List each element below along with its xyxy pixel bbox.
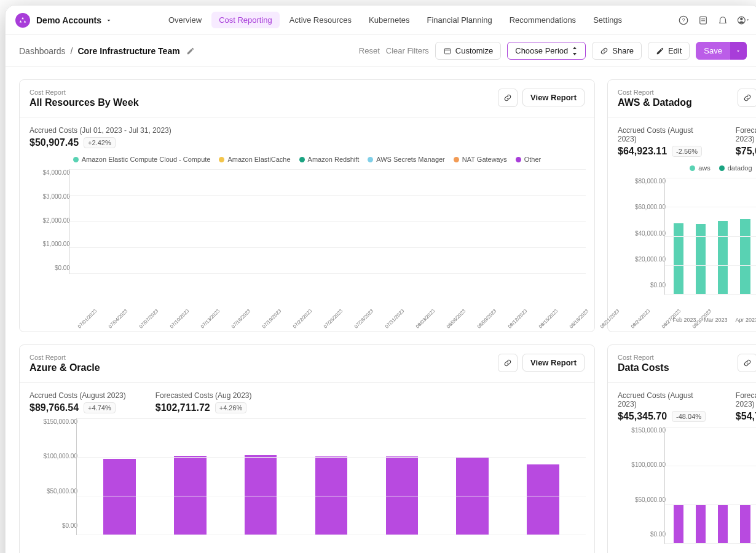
top-nav: Demo Accounts OverviewCost ReportingActi… bbox=[6, 6, 756, 35]
chart-azure-oracle: $150,000.00$100,000.00$50,000.00$0.00 Fe… bbox=[20, 416, 594, 553]
breadcrumb-current: Core Infrastructure Team bbox=[77, 46, 179, 56]
nav-tabs: OverviewCost ReportingActive ResourcesKu… bbox=[161, 12, 629, 28]
card-title: AWS & Datadog bbox=[618, 97, 692, 108]
nav-tab-cost-reporting[interactable]: Cost Reporting bbox=[211, 12, 280, 28]
nav-tab-financial-planning[interactable]: Financial Planning bbox=[420, 12, 500, 28]
chart-legend: awsdatadog bbox=[608, 159, 756, 175]
chart-legend: Amazon Elastic Compute Cloud - ComputeAm… bbox=[20, 151, 594, 167]
metric-delta: -48.04% bbox=[672, 411, 706, 422]
card-title: All Resources By Week bbox=[30, 97, 139, 108]
dashboard-grid: Cost Report All Resources By Week View R… bbox=[6, 67, 756, 553]
metric-delta: -2.56% bbox=[672, 146, 702, 157]
link-icon bbox=[503, 359, 512, 367]
breadcrumb-root[interactable]: Dashboards bbox=[19, 46, 66, 56]
legend-item[interactable]: datadog bbox=[719, 164, 752, 172]
nav-tab-active-resources[interactable]: Active Resources bbox=[282, 12, 359, 28]
clear-filters-button[interactable]: Clear Filters bbox=[386, 46, 429, 55]
legend-item[interactable]: NAT Gateways bbox=[454, 156, 507, 163]
legend-item[interactable]: AWS Secrets Manager bbox=[368, 156, 444, 163]
card-azure-oracle: Cost Report Azure & Oracle View Report A… bbox=[19, 344, 595, 553]
metric-value: $54,700.41 bbox=[736, 411, 756, 422]
svg-point-6 bbox=[740, 17, 742, 20]
chart-data-costs: $150,000.00$100,000.00$50,000.00$0.00 Fe… bbox=[608, 424, 756, 553]
view-report-button[interactable]: View Report bbox=[522, 89, 585, 106]
metric-value: $102,711.72 bbox=[156, 402, 210, 413]
metric-label: Accrued Costs (August 2023) bbox=[30, 391, 126, 400]
edit-button[interactable]: Edit bbox=[648, 42, 690, 60]
chart-aws-datadog: $80,000.00$60,000.00$40,000.00$20,000.00… bbox=[608, 175, 756, 332]
choose-period-button[interactable]: Choose Period bbox=[507, 42, 586, 60]
sub-header: Dashboards / Core Infrastructure Team Re… bbox=[6, 35, 756, 67]
help-icon[interactable]: ? bbox=[678, 15, 689, 26]
reset-button[interactable]: Reset bbox=[359, 46, 380, 55]
metric-label: Forecasted Costs (Aug 2023) bbox=[736, 391, 756, 408]
chevron-down-icon bbox=[105, 17, 112, 24]
edit-title-icon[interactable] bbox=[186, 47, 195, 55]
nav-tab-recommendations[interactable]: Recommendations bbox=[502, 12, 583, 28]
card-eyebrow: Cost Report bbox=[30, 89, 139, 96]
card-title: Data Costs bbox=[618, 362, 669, 373]
metric-label: Accrued Costs (Jul 01, 2023 - Jul 31, 20… bbox=[30, 126, 171, 135]
card-all-resources: Cost Report All Resources By Week View R… bbox=[19, 79, 595, 332]
metric-delta: +4.74% bbox=[84, 402, 116, 413]
legend-item[interactable]: Amazon Elastic Compute Cloud - Compute bbox=[73, 156, 211, 163]
customize-button[interactable]: Customize bbox=[435, 42, 501, 60]
metric-delta: +2.42% bbox=[84, 137, 116, 148]
account-switcher[interactable]: Demo Accounts bbox=[36, 15, 112, 25]
legend-item[interactable]: aws bbox=[690, 164, 711, 172]
calendar-icon bbox=[443, 47, 452, 55]
copy-link-button[interactable] bbox=[498, 89, 518, 107]
card-data-costs: Cost Report Data Costs View Report Accru… bbox=[607, 344, 756, 553]
copy-link-button[interactable] bbox=[738, 89, 756, 107]
card-aws-datadog: Cost Report AWS & Datadog View Report Ac… bbox=[607, 79, 756, 332]
copy-link-button[interactable] bbox=[498, 354, 518, 372]
view-report-button[interactable]: View Report bbox=[522, 354, 585, 372]
metric-label: Forecasted Costs (Aug 2023) bbox=[736, 126, 756, 143]
metric-value: $89,766.54 bbox=[30, 402, 79, 413]
link-icon bbox=[743, 93, 752, 102]
brand-logo bbox=[15, 13, 30, 28]
save-button[interactable]: Save bbox=[696, 42, 730, 60]
profile-menu[interactable] bbox=[737, 15, 750, 26]
metric-delta: +4.26% bbox=[215, 402, 247, 413]
card-eyebrow: Cost Report bbox=[618, 354, 669, 361]
copy-link-button[interactable] bbox=[738, 354, 756, 372]
nav-tab-kubernetes[interactable]: Kubernetes bbox=[361, 12, 417, 28]
save-menu-button[interactable] bbox=[730, 42, 747, 60]
chart-all-resources: $4,000.00$3,000.00$2,000.00$1,000.00$0.0… bbox=[20, 167, 594, 329]
link-icon bbox=[600, 47, 608, 55]
legend-item[interactable]: Amazon ElastiCache bbox=[219, 156, 290, 163]
card-title: Azure & Oracle bbox=[30, 362, 100, 373]
share-button[interactable]: Share bbox=[592, 42, 642, 60]
card-eyebrow: Cost Report bbox=[618, 89, 692, 96]
metric-value: $64,923.11 bbox=[618, 146, 667, 157]
metric-label: Forecasted Costs (Aug 2023) bbox=[156, 391, 252, 400]
svg-rect-7 bbox=[444, 48, 450, 54]
link-icon bbox=[503, 93, 512, 102]
metric-label: Accrued Costs (August 2023) bbox=[618, 126, 706, 143]
breadcrumb: Dashboards / Core Infrastructure Team bbox=[19, 46, 195, 56]
changelog-icon[interactable] bbox=[698, 15, 709, 26]
chevron-down-icon bbox=[735, 48, 741, 54]
top-icons: ? bbox=[678, 15, 750, 26]
pencil-icon bbox=[656, 47, 664, 55]
select-icon bbox=[572, 47, 578, 55]
nav-tab-settings[interactable]: Settings bbox=[586, 12, 629, 28]
svg-rect-2 bbox=[700, 17, 707, 24]
card-eyebrow: Cost Report bbox=[30, 354, 100, 361]
bell-icon[interactable] bbox=[717, 15, 728, 26]
account-name: Demo Accounts bbox=[36, 15, 101, 25]
metric-value: $50,907.45 bbox=[30, 137, 79, 148]
svg-text:?: ? bbox=[682, 18, 685, 23]
nav-tab-overview[interactable]: Overview bbox=[161, 12, 209, 28]
metric-value: $75,078.93 bbox=[736, 146, 756, 157]
legend-item[interactable]: Other bbox=[516, 156, 541, 163]
link-icon bbox=[743, 359, 752, 367]
metric-label: Accrued Costs (August 2023) bbox=[618, 391, 706, 408]
legend-item[interactable]: Amazon Redshift bbox=[299, 156, 360, 163]
metric-value: $45,345.70 bbox=[618, 411, 667, 422]
